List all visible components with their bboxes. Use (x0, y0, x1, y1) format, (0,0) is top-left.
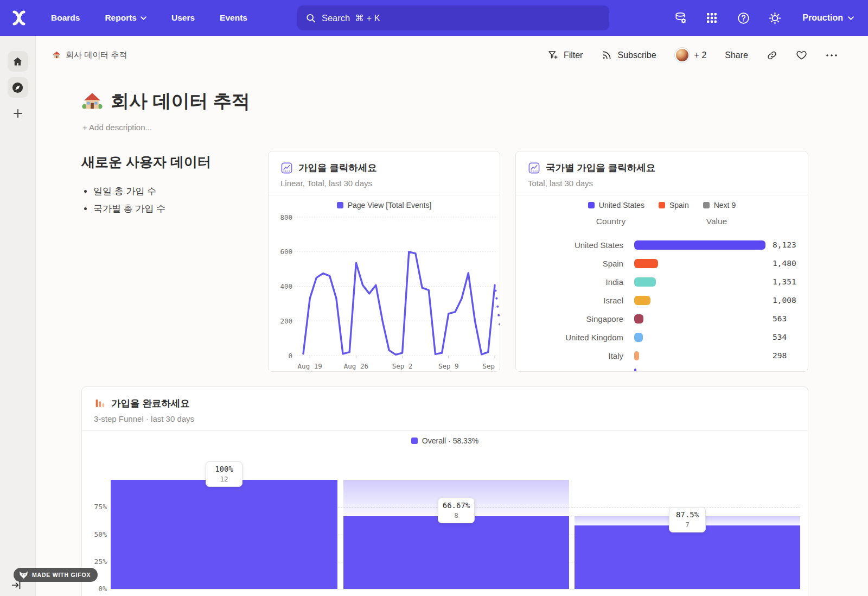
bar-legend[interactable]: United StatesSpainNext 9 (516, 201, 808, 210)
bar-chart-card-icon (528, 162, 540, 174)
nav-item-users[interactable]: Users (171, 13, 195, 23)
fox-icon (19, 571, 28, 579)
line-chart-card[interactable]: 가입을 클릭하세요 Linear, Total, last 30 days Pa… (268, 151, 500, 372)
funnel-step-pct: 100% (206, 465, 242, 473)
nav-item-boards[interactable]: Boards (51, 13, 80, 23)
funnel-step-pct: 87.5% (669, 510, 705, 519)
mixpanel-board-page: { "navbar": { "menu": ["Boards", "Report… (0, 0, 868, 596)
country-bar[interactable] (634, 351, 639, 360)
project-switcher[interactable]: Prouction (802, 13, 854, 23)
house-emoji-icon (52, 50, 61, 60)
country-bar[interactable] (634, 277, 656, 287)
legend-label: Next 9 (714, 201, 736, 210)
share-button[interactable]: Share (725, 50, 748, 60)
country-bar[interactable] (634, 333, 643, 342)
bar-card-subtitle: Total, last 30 days (528, 179, 796, 195)
nav-item-events[interactable]: Events (220, 13, 247, 23)
bar-legend-item[interactable]: Spain (659, 201, 689, 210)
discover-button[interactable] (8, 77, 28, 98)
settings-gear-icon[interactable] (768, 11, 782, 25)
chevron-down-icon (141, 16, 146, 20)
country-label: Singapore (516, 314, 623, 324)
funnel-step-pct: 66.67% (438, 501, 474, 510)
funnel-y-tick: 0% (87, 585, 107, 593)
legend-label: United States (599, 201, 644, 210)
add-description[interactable]: + Add description... (82, 123, 152, 132)
country-bar[interactable] (634, 259, 658, 268)
line-legend[interactable]: Page View [Total Events] (269, 201, 500, 210)
country-value: 534 (773, 333, 787, 341)
apps-grid-icon[interactable] (705, 11, 719, 25)
favorite-button[interactable] (796, 49, 807, 61)
rss-icon (601, 49, 612, 61)
bar-legend-item[interactable]: Next 9 (703, 201, 736, 210)
nav-item-reports[interactable]: Reports (105, 13, 146, 23)
home-button[interactable] (8, 51, 28, 72)
country-label: Israel (516, 296, 623, 305)
funnel-bar[interactable] (343, 516, 569, 589)
funnel-legend-swatch (411, 438, 418, 444)
subscribe-button[interactable]: Subscribe (601, 49, 656, 61)
text-card[interactable]: 새로운 사용자 데이터 일일 총 가입 수 국가별 총 가입 수 (81, 153, 266, 220)
legend-swatch (588, 202, 595, 208)
data-management-icon[interactable] (673, 11, 687, 25)
funnel-chart-card[interactable]: 가입을 완료하세요 3-step Funnel · last 30 days O… (81, 386, 808, 596)
bar-legend-item[interactable]: United States (588, 201, 644, 210)
funnel-legend[interactable]: Overall · 58.33% (82, 436, 808, 445)
country-bar-row[interactable]: Italy298 (516, 346, 808, 365)
country-bar[interactable] (634, 314, 643, 324)
collaborators-count: + 2 (694, 50, 707, 60)
country-bar[interactable] (634, 240, 765, 250)
mixpanel-logo-icon[interactable] (9, 8, 29, 28)
country-bar-row[interactable]: Spain1,480 (516, 254, 808, 272)
country-bar[interactable] (634, 296, 650, 305)
divider (269, 195, 500, 195)
line-card-header: 가입을 클릭하세요 Linear, Total, last 30 days (269, 151, 500, 195)
country-bar-row[interactable]: India1,351 (516, 272, 808, 291)
svg-text:Sep 16: Sep 16 (482, 362, 500, 370)
bar-chart-card[interactable]: 국가별 가입을 클릭하세요 Total, last 30 days United… (515, 151, 808, 372)
chevron-down-icon (848, 16, 854, 20)
funnel-bar[interactable] (575, 525, 800, 589)
filter-button[interactable]: Filter (547, 49, 583, 61)
expand-sidebar-button[interactable] (11, 580, 22, 593)
bar-card-title: 국가별 가입을 클릭하세요 (546, 161, 655, 174)
line-card-subtitle: Linear, Total, last 30 days (280, 179, 488, 195)
svg-text:0: 0 (288, 352, 292, 360)
more-menu-button[interactable] (826, 54, 838, 57)
funnel-bar[interactable] (111, 480, 337, 589)
svg-text:Aug 26: Aug 26 (344, 362, 368, 370)
svg-text:200: 200 (280, 317, 292, 325)
gifox-badge[interactable]: MADE WITH GIFOX (14, 568, 98, 582)
country-value: 1,480 (773, 259, 796, 268)
funnel-y-tick: 25% (87, 557, 107, 566)
country-bar-row[interactable]: Singapore563 (516, 309, 808, 328)
global-search[interactable] (297, 5, 609, 30)
filter-icon (547, 49, 559, 61)
legend-label: Spain (669, 201, 689, 210)
funnel-card-title: 가입을 완료하세요 (111, 397, 190, 410)
breadcrumb[interactable]: 회사 데이터 추적 (52, 50, 127, 60)
link-icon (767, 50, 777, 61)
country-bar-row[interactable]: United States8,123 (516, 236, 808, 254)
plus-icon (12, 108, 23, 119)
add-board-button[interactable] (8, 103, 28, 124)
country-bar-row[interactable]: United Kingdom534 (516, 328, 808, 346)
search-input[interactable] (322, 13, 601, 23)
country-value: 563 (773, 314, 787, 323)
svg-text:Aug 19: Aug 19 (298, 362, 322, 370)
share-label: Share (725, 50, 748, 60)
ellipsis-icon (826, 54, 838, 57)
country-bar-row[interactable]: Israel1,008 (516, 291, 808, 309)
help-icon[interactable] (736, 11, 750, 25)
copy-link-button[interactable] (767, 50, 777, 61)
collaborators[interactable]: + 2 (675, 48, 707, 62)
country-label: Spain (516, 259, 623, 268)
line-legend-label: Page View [Total Events] (348, 201, 432, 210)
funnel-step-count: 8 (438, 511, 474, 519)
funnel-step-label: 66.67%8 (438, 498, 475, 523)
line-chart-plot[interactable]: 0200400600800Aug 19Aug 26Sep 2Sep 9Sep 1… (269, 211, 500, 372)
gifox-label: MADE WITH GIFOX (32, 572, 91, 578)
page-title[interactable]: 회사 데이터 추적 (81, 89, 250, 114)
board-toolbar: 회사 데이터 추적 Filter Subscribe + 2 Share (36, 36, 868, 62)
